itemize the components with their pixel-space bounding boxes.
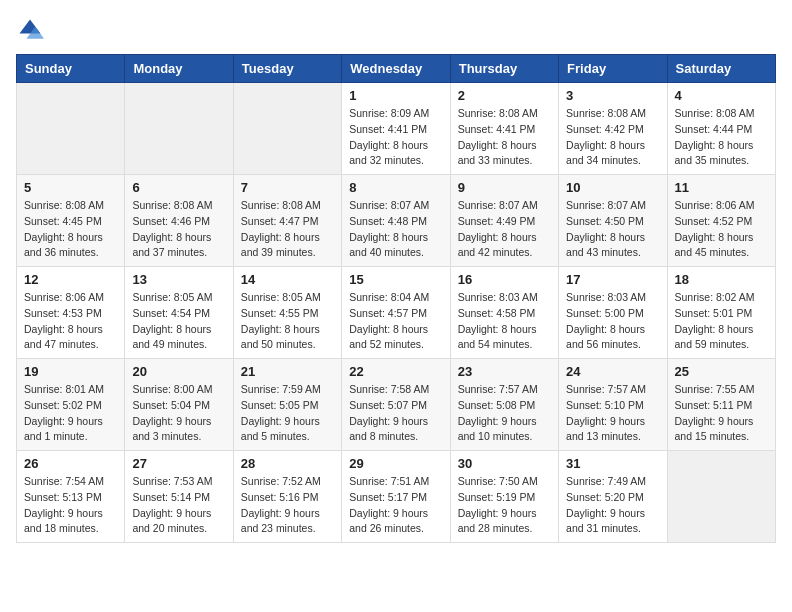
day-number: 2	[458, 88, 551, 103]
calendar-cell: 10Sunrise: 8:07 AMSunset: 4:50 PMDayligh…	[559, 175, 667, 267]
calendar-cell: 11Sunrise: 8:06 AMSunset: 4:52 PMDayligh…	[667, 175, 775, 267]
day-number: 6	[132, 180, 225, 195]
day-header-monday: Monday	[125, 55, 233, 83]
day-info: Sunrise: 8:09 AMSunset: 4:41 PMDaylight:…	[349, 106, 442, 169]
day-header-tuesday: Tuesday	[233, 55, 341, 83]
day-info: Sunrise: 7:50 AMSunset: 5:19 PMDaylight:…	[458, 474, 551, 537]
calendar-cell: 18Sunrise: 8:02 AMSunset: 5:01 PMDayligh…	[667, 267, 775, 359]
day-info: Sunrise: 8:05 AMSunset: 4:55 PMDaylight:…	[241, 290, 334, 353]
calendar-cell: 27Sunrise: 7:53 AMSunset: 5:14 PMDayligh…	[125, 451, 233, 543]
day-header-thursday: Thursday	[450, 55, 558, 83]
calendar-cell: 21Sunrise: 7:59 AMSunset: 5:05 PMDayligh…	[233, 359, 341, 451]
day-number: 1	[349, 88, 442, 103]
day-info: Sunrise: 8:04 AMSunset: 4:57 PMDaylight:…	[349, 290, 442, 353]
calendar-cell: 17Sunrise: 8:03 AMSunset: 5:00 PMDayligh…	[559, 267, 667, 359]
calendar-cell: 20Sunrise: 8:00 AMSunset: 5:04 PMDayligh…	[125, 359, 233, 451]
calendar-cell: 25Sunrise: 7:55 AMSunset: 5:11 PMDayligh…	[667, 359, 775, 451]
day-number: 28	[241, 456, 334, 471]
day-info: Sunrise: 7:55 AMSunset: 5:11 PMDaylight:…	[675, 382, 768, 445]
day-number: 11	[675, 180, 768, 195]
day-number: 21	[241, 364, 334, 379]
day-number: 7	[241, 180, 334, 195]
day-header-saturday: Saturday	[667, 55, 775, 83]
day-header-friday: Friday	[559, 55, 667, 83]
calendar-cell: 2Sunrise: 8:08 AMSunset: 4:41 PMDaylight…	[450, 83, 558, 175]
day-number: 8	[349, 180, 442, 195]
day-info: Sunrise: 8:00 AMSunset: 5:04 PMDaylight:…	[132, 382, 225, 445]
calendar-cell: 6Sunrise: 8:08 AMSunset: 4:46 PMDaylight…	[125, 175, 233, 267]
day-info: Sunrise: 7:59 AMSunset: 5:05 PMDaylight:…	[241, 382, 334, 445]
calendar-cell	[17, 83, 125, 175]
calendar-cell: 24Sunrise: 7:57 AMSunset: 5:10 PMDayligh…	[559, 359, 667, 451]
day-number: 3	[566, 88, 659, 103]
calendar-cell	[125, 83, 233, 175]
day-info: Sunrise: 8:07 AMSunset: 4:49 PMDaylight:…	[458, 198, 551, 261]
calendar-cell: 8Sunrise: 8:07 AMSunset: 4:48 PMDaylight…	[342, 175, 450, 267]
day-info: Sunrise: 8:03 AMSunset: 4:58 PMDaylight:…	[458, 290, 551, 353]
week-row-1: 1Sunrise: 8:09 AMSunset: 4:41 PMDaylight…	[17, 83, 776, 175]
calendar-cell: 12Sunrise: 8:06 AMSunset: 4:53 PMDayligh…	[17, 267, 125, 359]
day-info: Sunrise: 8:07 AMSunset: 4:50 PMDaylight:…	[566, 198, 659, 261]
days-header-row: SundayMondayTuesdayWednesdayThursdayFrid…	[17, 55, 776, 83]
day-number: 26	[24, 456, 117, 471]
day-number: 23	[458, 364, 551, 379]
day-number: 10	[566, 180, 659, 195]
day-number: 13	[132, 272, 225, 287]
day-info: Sunrise: 8:08 AMSunset: 4:42 PMDaylight:…	[566, 106, 659, 169]
day-info: Sunrise: 8:01 AMSunset: 5:02 PMDaylight:…	[24, 382, 117, 445]
calendar-cell: 7Sunrise: 8:08 AMSunset: 4:47 PMDaylight…	[233, 175, 341, 267]
logo-icon	[16, 16, 44, 44]
day-info: Sunrise: 8:03 AMSunset: 5:00 PMDaylight:…	[566, 290, 659, 353]
day-number: 24	[566, 364, 659, 379]
day-info: Sunrise: 7:54 AMSunset: 5:13 PMDaylight:…	[24, 474, 117, 537]
day-number: 18	[675, 272, 768, 287]
day-number: 12	[24, 272, 117, 287]
calendar-cell: 28Sunrise: 7:52 AMSunset: 5:16 PMDayligh…	[233, 451, 341, 543]
day-info: Sunrise: 8:06 AMSunset: 4:52 PMDaylight:…	[675, 198, 768, 261]
day-header-sunday: Sunday	[17, 55, 125, 83]
week-row-2: 5Sunrise: 8:08 AMSunset: 4:45 PMDaylight…	[17, 175, 776, 267]
day-number: 29	[349, 456, 442, 471]
day-number: 27	[132, 456, 225, 471]
calendar-cell: 16Sunrise: 8:03 AMSunset: 4:58 PMDayligh…	[450, 267, 558, 359]
day-number: 25	[675, 364, 768, 379]
page-header	[16, 16, 776, 44]
day-info: Sunrise: 8:06 AMSunset: 4:53 PMDaylight:…	[24, 290, 117, 353]
day-info: Sunrise: 8:07 AMSunset: 4:48 PMDaylight:…	[349, 198, 442, 261]
day-info: Sunrise: 7:57 AMSunset: 5:08 PMDaylight:…	[458, 382, 551, 445]
day-number: 20	[132, 364, 225, 379]
day-info: Sunrise: 8:08 AMSunset: 4:45 PMDaylight:…	[24, 198, 117, 261]
day-number: 15	[349, 272, 442, 287]
day-info: Sunrise: 7:49 AMSunset: 5:20 PMDaylight:…	[566, 474, 659, 537]
day-info: Sunrise: 8:08 AMSunset: 4:46 PMDaylight:…	[132, 198, 225, 261]
day-info: Sunrise: 7:57 AMSunset: 5:10 PMDaylight:…	[566, 382, 659, 445]
day-info: Sunrise: 7:52 AMSunset: 5:16 PMDaylight:…	[241, 474, 334, 537]
day-number: 16	[458, 272, 551, 287]
day-info: Sunrise: 8:05 AMSunset: 4:54 PMDaylight:…	[132, 290, 225, 353]
day-number: 17	[566, 272, 659, 287]
calendar-table: SundayMondayTuesdayWednesdayThursdayFrid…	[16, 54, 776, 543]
day-info: Sunrise: 8:08 AMSunset: 4:41 PMDaylight:…	[458, 106, 551, 169]
day-number: 31	[566, 456, 659, 471]
day-number: 22	[349, 364, 442, 379]
day-number: 9	[458, 180, 551, 195]
day-number: 5	[24, 180, 117, 195]
calendar-cell: 15Sunrise: 8:04 AMSunset: 4:57 PMDayligh…	[342, 267, 450, 359]
day-info: Sunrise: 8:08 AMSunset: 4:47 PMDaylight:…	[241, 198, 334, 261]
calendar-cell: 23Sunrise: 7:57 AMSunset: 5:08 PMDayligh…	[450, 359, 558, 451]
calendar-cell: 4Sunrise: 8:08 AMSunset: 4:44 PMDaylight…	[667, 83, 775, 175]
day-number: 4	[675, 88, 768, 103]
day-number: 30	[458, 456, 551, 471]
calendar-cell: 14Sunrise: 8:05 AMSunset: 4:55 PMDayligh…	[233, 267, 341, 359]
calendar-cell: 9Sunrise: 8:07 AMSunset: 4:49 PMDaylight…	[450, 175, 558, 267]
week-row-5: 26Sunrise: 7:54 AMSunset: 5:13 PMDayligh…	[17, 451, 776, 543]
calendar-cell: 1Sunrise: 8:09 AMSunset: 4:41 PMDaylight…	[342, 83, 450, 175]
calendar-cell: 30Sunrise: 7:50 AMSunset: 5:19 PMDayligh…	[450, 451, 558, 543]
day-header-wednesday: Wednesday	[342, 55, 450, 83]
calendar-cell: 19Sunrise: 8:01 AMSunset: 5:02 PMDayligh…	[17, 359, 125, 451]
calendar-cell: 13Sunrise: 8:05 AMSunset: 4:54 PMDayligh…	[125, 267, 233, 359]
logo	[16, 16, 48, 44]
calendar-cell: 29Sunrise: 7:51 AMSunset: 5:17 PMDayligh…	[342, 451, 450, 543]
week-row-4: 19Sunrise: 8:01 AMSunset: 5:02 PMDayligh…	[17, 359, 776, 451]
day-info: Sunrise: 7:53 AMSunset: 5:14 PMDaylight:…	[132, 474, 225, 537]
